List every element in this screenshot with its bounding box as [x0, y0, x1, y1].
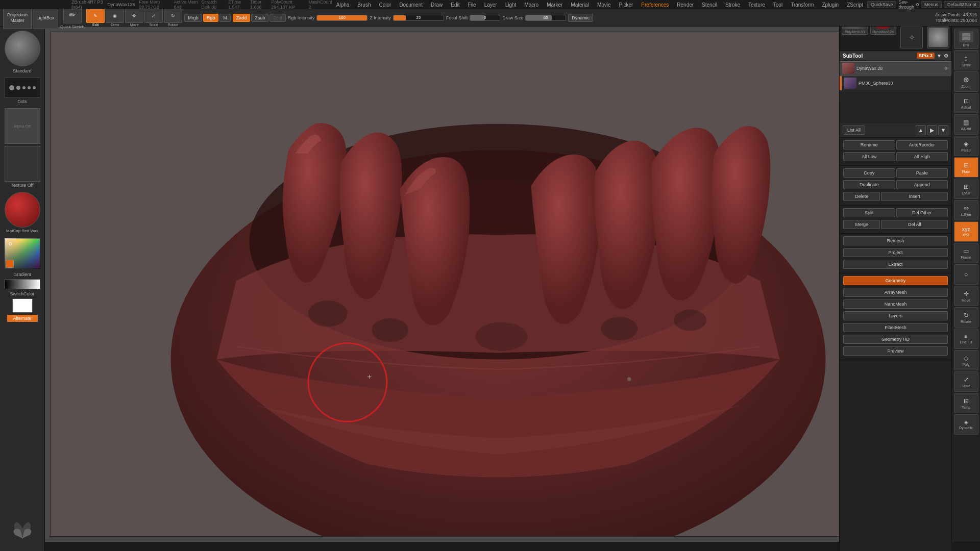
del-other-button[interactable]: Del Other [896, 208, 948, 217]
menu-macro[interactable]: Macro [520, 1, 543, 9]
menu-zplugin[interactable]: Zplugin [818, 1, 843, 9]
dynamic-icon-button[interactable]: ◈ Dynamic [954, 414, 978, 435]
linefill-button[interactable]: ≡ Line Fill [954, 329, 978, 349]
edit-button[interactable]: ✎ [86, 9, 105, 23]
default-zscript-button[interactable]: DefaultZScript [944, 1, 980, 8]
scale-button[interactable]: ⤢ [144, 9, 163, 23]
rename-button[interactable]: Rename [843, 140, 895, 149]
menu-stroke[interactable]: Stroke [721, 1, 744, 9]
menu-movie[interactable]: Movie [593, 1, 615, 9]
rotate-button[interactable]: ↻ [164, 9, 182, 23]
frame-button[interactable]: ▭ Frame [954, 243, 978, 263]
stroke-preview[interactable] [5, 78, 40, 98]
menu-brush[interactable]: Brush [353, 1, 375, 9]
menu-stencil[interactable]: Stencil [698, 1, 721, 9]
m-button[interactable]: M [219, 14, 231, 22]
del-all-button[interactable]: Del All [881, 220, 948, 229]
actual-button[interactable]: ⊡ Actual [954, 93, 978, 113]
subtool-settings-icon[interactable]: ⚙ [944, 53, 948, 59]
menu-texture[interactable]: Texture [744, 1, 769, 9]
zcut-button[interactable]: Zcut [270, 14, 286, 22]
lsym-button[interactable]: ⇔ L.Sym [954, 200, 978, 220]
menu-picker[interactable]: Picker [615, 1, 638, 9]
menu-edit[interactable]: Edit [447, 1, 463, 9]
delete-button[interactable]: Delete [843, 192, 880, 201]
arrow-up-button[interactable]: ▲ [916, 125, 926, 135]
mrgb-button[interactable]: Mrgb [184, 14, 202, 22]
menu-preferences[interactable]: Preferences [637, 1, 673, 9]
circle-button[interactable]: ○ [954, 264, 978, 285]
subtool-dynawax[interactable]: DynaWax 28 👁 [840, 61, 951, 76]
arrow-right-button[interactable]: ▶ [927, 125, 937, 135]
white-swatch[interactable] [12, 298, 33, 313]
quicksave-button[interactable]: QuickSave [867, 1, 897, 8]
brush-preview[interactable] [5, 31, 40, 66]
menu-light[interactable]: Light [501, 1, 521, 9]
menu-alpha[interactable]: Alpha [332, 1, 354, 9]
menu-file[interactable]: File [464, 1, 480, 9]
menu-document[interactable]: Document [395, 1, 427, 9]
all-low-button[interactable]: All Low [843, 152, 895, 161]
gradient-swatch[interactable] [5, 279, 40, 289]
material-preview[interactable] [5, 192, 40, 228]
texture-preview[interactable] [5, 146, 40, 182]
color-picker[interactable] [5, 238, 40, 269]
layers-button[interactable]: Layers [843, 311, 948, 320]
preview-button[interactable]: Preview [843, 346, 948, 356]
subtool-extra3[interactable] [840, 112, 951, 122]
temp-button[interactable]: ⊟ Temp [954, 393, 978, 413]
brush-thumb2[interactable] [927, 27, 949, 49]
draw-button[interactable]: ◉ [106, 9, 124, 23]
insert-button[interactable]: Insert [881, 192, 948, 201]
floor-button[interactable]: ⊟ Floor [954, 157, 978, 178]
geometry-button[interactable]: Geometry [843, 276, 948, 285]
rotate-icon-button[interactable]: ↻ Rotate [954, 307, 978, 328]
move-button[interactable]: ✥ [125, 9, 143, 23]
menu-material[interactable]: Material [567, 1, 593, 9]
menus-button[interactable]: Menus [921, 1, 942, 8]
paste-button[interactable]: Paste [896, 168, 948, 178]
scroll-button[interactable]: ↕ Scroll [954, 50, 978, 70]
nano-mesh-button[interactable]: NanoMesh [843, 299, 948, 309]
all-high-button[interactable]: All High [896, 152, 948, 161]
dynamic-button[interactable]: Dynamic [568, 14, 593, 22]
menu-zscript[interactable]: ZScript [843, 1, 867, 9]
menu-render[interactable]: Render [673, 1, 698, 9]
alpha-preview[interactable]: Alpha Off [5, 108, 40, 144]
zsub-button[interactable]: Zsub [251, 14, 268, 22]
array-mesh-button[interactable]: ArrayMesh [843, 288, 948, 297]
alternate-button[interactable]: Alternate [7, 315, 38, 322]
subtool-extra1[interactable] [840, 91, 951, 101]
menu-transform[interactable]: Transform [787, 1, 818, 9]
zoom-button[interactable]: ⊕ Zoom [954, 71, 978, 92]
menu-color[interactable]: Color [375, 1, 395, 9]
project-button[interactable]: Project [843, 248, 948, 257]
remesh-button[interactable]: Remesh [843, 236, 948, 245]
canvas-area[interactable]: + [45, 27, 951, 542]
move-icon-button[interactable]: ✛ Move [954, 286, 978, 306]
lightbox-button[interactable]: LightBox [33, 7, 58, 29]
focal-shift-slider[interactable]: 0 [470, 15, 500, 21]
menu-layer[interactable]: Layer [480, 1, 501, 9]
poly-button[interactable]: ◇ Poly [954, 350, 978, 370]
subtool-pm30[interactable]: PM30_Sphere30 [842, 76, 951, 90]
z-intensity-slider[interactable]: 25 [393, 15, 444, 21]
auto-reorder-button[interactable]: AutoReorder [896, 140, 948, 149]
star-thumb2[interactable]: ✧ [900, 27, 923, 49]
menu-marker[interactable]: Marker [543, 1, 567, 9]
zadd-button[interactable]: Zadd [233, 14, 251, 22]
projection-master-button[interactable]: ProjectionMaster [3, 7, 32, 29]
append-button[interactable]: Append [896, 180, 948, 189]
arrow-down-button[interactable]: ▼ [938, 125, 948, 135]
menu-tool[interactable]: Tool [769, 1, 787, 9]
draw-size-slider[interactable]: 65 [525, 15, 566, 21]
split-button[interactable]: Split [843, 208, 895, 217]
menu-draw[interactable]: Draw [427, 1, 447, 9]
xyz-button[interactable]: xyz XYZ [954, 221, 978, 242]
merge-button[interactable]: Merge [843, 220, 880, 229]
persp-button[interactable]: ◈ Persp [954, 136, 978, 156]
copy-button[interactable]: Copy [843, 168, 895, 178]
subtool-extra2[interactable] [840, 102, 951, 112]
eye-icon[interactable]: 👁 [944, 66, 949, 71]
rgb-intensity-slider[interactable]: 100 [316, 15, 368, 21]
